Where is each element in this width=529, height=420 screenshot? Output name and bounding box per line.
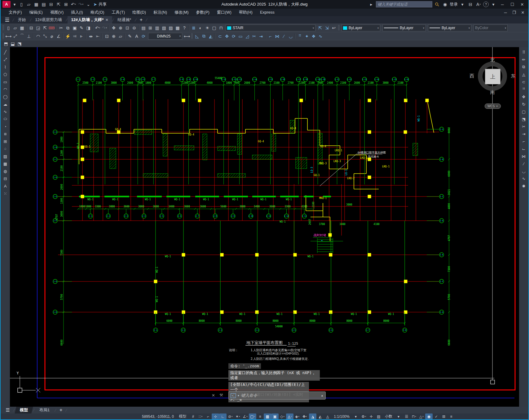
units-ruler-icon[interactable]: ▤ [375, 413, 382, 419]
extend-icon[interactable]: ⇥ [258, 33, 264, 40]
dim-angular-icon[interactable]: ∠ [55, 33, 62, 40]
trim-icon[interactable]: ✂ [251, 33, 258, 40]
dim-continue-icon[interactable]: ⫦ [78, 33, 85, 40]
chevron-down-icon[interactable]: ▾ [313, 27, 314, 29]
zoom-previous-icon[interactable]: ⊖ [131, 24, 138, 31]
autodesk-access-icon[interactable]: A▾ [475, 1, 482, 8]
rotate-icon[interactable]: ↻ [520, 100, 527, 108]
viewcube[interactable]: 北 南 西 东 上 [474, 58, 511, 95]
stretch-icon[interactable]: ◿ [244, 33, 251, 40]
doc-restore-button[interactable]: ❐ [510, 9, 518, 16]
rotate-icon[interactable]: ⟳ [230, 33, 237, 40]
multiple-points-icon[interactable]: ⁘ [2, 145, 9, 153]
lock-ui-dropdown-icon[interactable]: ▾ [415, 415, 416, 418]
markup-set-manager-icon[interactable]: ▨ [167, 24, 174, 31]
annotation-scale-sync-icon[interactable]: ◬ [324, 413, 331, 419]
scale-dropdown-icon[interactable]: ▾ [352, 413, 359, 419]
mirror-icon[interactable]: ◭ [207, 33, 214, 40]
color-combo[interactable]: ByLayer ▾ [342, 24, 380, 31]
share-icon[interactable]: ➤ [92, 1, 99, 8]
annotation-autoscale-icon[interactable]: ◭ [316, 413, 324, 419]
menu-item-3[interactable]: 插入(I) [67, 9, 86, 16]
explode-icon[interactable]: ✦ [303, 33, 310, 40]
array-icon[interactable]: ⠛ [297, 33, 303, 40]
layer-isolate-icon[interactable]: ▢ [211, 24, 218, 31]
dynamic-ucs-dropdown-icon[interactable]: ▾ [291, 415, 292, 418]
copy-icon[interactable]: ⧉ [201, 33, 207, 40]
menu-item-6[interactable]: 绘图(D) [129, 9, 150, 16]
menu-item-5[interactable]: 工具(T) [108, 9, 129, 16]
window-maximize-button[interactable]: ☐ [508, 1, 517, 8]
menu-item-1[interactable]: 编辑(E) [26, 9, 46, 16]
isodraft-icon[interactable]: ∠▾ [241, 413, 249, 419]
ellipse-arc-icon[interactable]: ◔ [2, 123, 9, 130]
grid-display-icon[interactable]: # [189, 413, 197, 419]
save-icon[interactable]: ▦ [19, 24, 25, 31]
gizmo-icon[interactable]: ✥▾ [301, 413, 308, 419]
join-icon[interactable]: ⋈ [520, 153, 527, 160]
file-tab-3[interactable]: 结通施* [114, 16, 135, 24]
new-layout-button[interactable]: + [56, 407, 65, 413]
quick-properties-icon[interactable]: ☰ [403, 413, 410, 419]
blend-icon[interactable]: ∿ [317, 33, 324, 40]
show-lineweight-icon[interactable]: ≡ [256, 413, 264, 419]
dim-baseline-icon[interactable]: ⫤ [71, 33, 78, 40]
layer-state-bulb-icon[interactable]: ◐ [197, 24, 204, 31]
dim-linear-icon[interactable]: ⟷ [5, 33, 12, 40]
customize-icon[interactable]: ≡ [447, 413, 455, 419]
chevron-down-icon[interactable]: ▾ [179, 35, 181, 38]
menu-item-12[interactable]: Express [256, 9, 278, 16]
linetype-combo[interactable]: ByLayer ▾ [382, 24, 426, 31]
copy-clip-icon[interactable]: ⧉ [64, 24, 71, 31]
break-at-point-icon[interactable]: ⌐ [520, 138, 527, 145]
command-close-icon[interactable]: ✕ [212, 393, 215, 398]
file-tab-menu-icon[interactable]: ☰ [2, 17, 12, 23]
menu-item-9[interactable]: 参数(P) [192, 9, 213, 16]
app-store-cart-icon[interactable]: ⊟ [467, 1, 474, 8]
layer-match-icon[interactable]: ⇲ [324, 24, 330, 31]
dim-jogged-icon[interactable]: ⤡ [42, 33, 48, 40]
stretch-icon[interactable]: ⬔ [520, 115, 527, 123]
publish-icon[interactable]: ⇱ [42, 24, 48, 31]
qat-save-icon[interactable]: ▦ [33, 1, 40, 8]
dim-style-combo[interactable]: DIMN25 ▾ [148, 33, 182, 40]
polyline-icon[interactable]: ⌇ [2, 63, 9, 71]
drawing-canvas[interactable]: Y1-11-21-31-41-51-61-71-81-91-101-111-12… [10, 47, 519, 407]
snap-mode-icon[interactable]: ∷▾ [197, 413, 204, 419]
layer-combo[interactable]: STAIR ▾ [226, 24, 315, 31]
create-block-icon[interactable]: ⊞ [2, 138, 9, 145]
polar-tracking-dropdown-icon[interactable]: ▾ [231, 415, 233, 418]
command-customize-wrench-icon[interactable]: ⚒ [219, 393, 223, 397]
properties-palette-icon[interactable]: ▤ [140, 24, 147, 31]
sheet-set-manager-icon[interactable]: ▧ [161, 24, 167, 31]
dim-aligned-icon[interactable]: ⤢ [12, 33, 19, 40]
draworder-front-icon[interactable]: ⬒ [2, 40, 9, 47]
model-space-button[interactable]: 模型 [176, 413, 189, 419]
draworder-back-icon[interactable]: ⬓ [9, 40, 16, 47]
annotation-visibility-icon[interactable]: ◮ [309, 413, 316, 419]
3d-object-snap-icon[interactable]: ◇▾ [279, 413, 286, 419]
new-file-icon[interactable]: ▯ [5, 24, 12, 31]
qat-publish-icon[interactable]: ⇱ [55, 1, 62, 8]
doc-minimize-button[interactable]: ─ [501, 9, 510, 16]
ortho-mode-icon[interactable]: ∟ [219, 413, 227, 419]
offset-icon[interactable]: ⊂ [217, 33, 223, 40]
arc-icon[interactable]: ◠ [2, 86, 9, 93]
scale-icon[interactable]: ▢ [520, 108, 527, 115]
join-icon[interactable]: ⋈ [274, 33, 280, 40]
object-snap-icon[interactable]: ▢▾ [249, 413, 256, 419]
help-icon[interactable]: ? [181, 24, 188, 31]
3d-object-snap-dropdown-icon[interactable]: ▾ [284, 415, 285, 418]
zoom-realtime-icon[interactable]: ⊕ [117, 24, 124, 31]
dim-edit-icon[interactable]: ✎ [126, 33, 133, 40]
polygon-icon[interactable]: ⬠ [2, 71, 9, 78]
qat-saveas-icon[interactable]: ▤ [40, 1, 47, 8]
export-dwf-icon[interactable]: DWF [48, 24, 55, 31]
line-icon[interactable]: ╱ [2, 48, 9, 56]
dim-space-icon[interactable]: ⇹ [87, 33, 94, 40]
new-tab-button[interactable]: + [137, 17, 146, 23]
erase-icon[interactable]: ✏ [520, 56, 527, 63]
window-close-button[interactable]: ✕ [518, 1, 527, 8]
rectangle-icon[interactable]: ▭ [2, 78, 9, 86]
block-editor-icon[interactable]: ◨ [85, 24, 92, 31]
